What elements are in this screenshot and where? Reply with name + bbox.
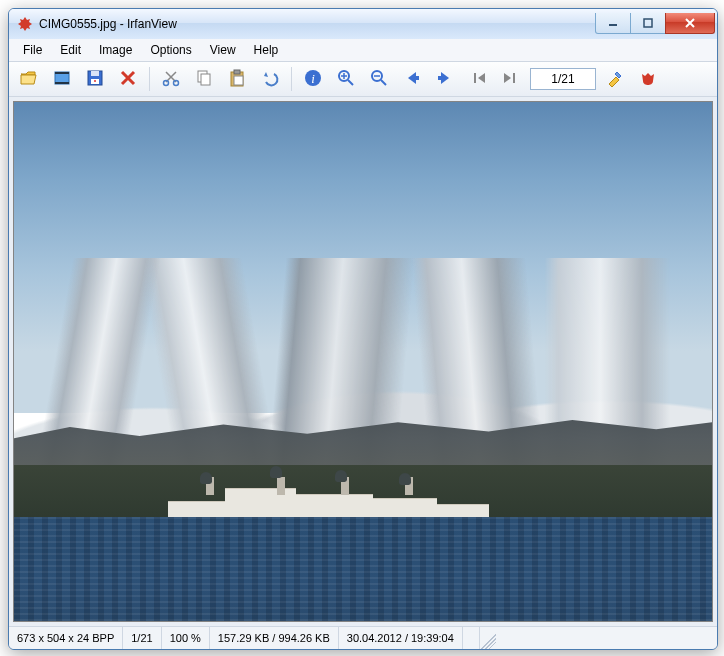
menu-file[interactable]: File bbox=[15, 41, 50, 59]
next-button[interactable] bbox=[431, 65, 459, 93]
zoom-in-icon bbox=[336, 68, 356, 91]
cut-button[interactable] bbox=[157, 65, 185, 93]
svg-point-9 bbox=[164, 80, 169, 85]
save-button[interactable] bbox=[81, 65, 109, 93]
floppy-icon bbox=[85, 68, 105, 91]
svg-point-8 bbox=[94, 80, 96, 82]
filmstrip-icon bbox=[52, 68, 72, 91]
window-controls bbox=[596, 13, 715, 34]
svg-rect-4 bbox=[55, 82, 69, 84]
paste-button[interactable] bbox=[223, 65, 251, 93]
slideshow-button[interactable] bbox=[48, 65, 76, 93]
image-region-water bbox=[14, 517, 712, 621]
window-title: CIMG0555.jpg - IrfanView bbox=[39, 17, 596, 31]
last-button[interactable] bbox=[497, 65, 525, 93]
info-icon: i bbox=[303, 68, 323, 91]
resize-grip[interactable] bbox=[480, 627, 496, 649]
about-button[interactable] bbox=[634, 65, 662, 93]
tools-icon bbox=[605, 68, 625, 91]
svg-point-10 bbox=[174, 80, 179, 85]
status-spacer bbox=[463, 627, 480, 649]
delete-x-icon bbox=[118, 68, 138, 91]
svg-rect-15 bbox=[234, 76, 243, 85]
status-zoom: 100 % bbox=[162, 627, 210, 649]
status-dimensions: 673 x 504 x 24 BPP bbox=[9, 627, 123, 649]
title-bar[interactable]: CIMG0555.jpg - IrfanView bbox=[9, 9, 717, 39]
open-button[interactable] bbox=[15, 65, 43, 93]
folder-open-icon bbox=[19, 68, 39, 91]
undo-icon bbox=[260, 68, 280, 91]
svg-rect-21 bbox=[438, 76, 443, 80]
copy-icon bbox=[194, 68, 214, 91]
menu-image[interactable]: Image bbox=[91, 41, 140, 59]
status-filesize: 157.29 KB / 994.26 KB bbox=[210, 627, 339, 649]
settings-button[interactable] bbox=[601, 65, 629, 93]
content-area bbox=[9, 97, 717, 626]
image-viewport[interactable] bbox=[13, 101, 713, 622]
svg-rect-6 bbox=[91, 71, 99, 76]
first-button[interactable] bbox=[464, 65, 492, 93]
arrow-first-icon bbox=[468, 68, 488, 91]
app-icon bbox=[17, 16, 33, 32]
clipboard-icon bbox=[227, 68, 247, 91]
arrow-left-icon bbox=[402, 68, 422, 91]
svg-rect-23 bbox=[513, 73, 515, 83]
svg-rect-0 bbox=[609, 24, 617, 26]
zoom-out-button[interactable] bbox=[365, 65, 393, 93]
minimize-button[interactable] bbox=[595, 13, 631, 34]
undo-button[interactable] bbox=[256, 65, 284, 93]
svg-rect-12 bbox=[201, 74, 210, 85]
app-window: CIMG0555.jpg - IrfanView File Edit Image… bbox=[8, 8, 718, 650]
menu-help[interactable]: Help bbox=[246, 41, 287, 59]
status-index: 1/21 bbox=[123, 627, 161, 649]
close-button[interactable] bbox=[665, 13, 715, 34]
maximize-button[interactable] bbox=[630, 13, 666, 34]
info-button[interactable]: i bbox=[299, 65, 327, 93]
prev-button[interactable] bbox=[398, 65, 426, 93]
menu-options[interactable]: Options bbox=[142, 41, 199, 59]
toolbar-separator bbox=[149, 67, 150, 91]
cat-icon bbox=[638, 68, 658, 91]
status-bar: 673 x 504 x 24 BPP 1/21 100 % 157.29 KB … bbox=[9, 626, 717, 649]
arrow-last-icon bbox=[501, 68, 521, 91]
copy-button[interactable] bbox=[190, 65, 218, 93]
scissors-icon bbox=[161, 68, 181, 91]
svg-rect-1 bbox=[644, 19, 652, 27]
svg-text:i: i bbox=[311, 71, 315, 86]
arrow-right-icon bbox=[435, 68, 455, 91]
menu-edit[interactable]: Edit bbox=[52, 41, 89, 59]
zoom-out-icon bbox=[369, 68, 389, 91]
page-index-input[interactable] bbox=[530, 68, 596, 90]
svg-rect-20 bbox=[414, 76, 419, 80]
menu-bar: File Edit Image Options View Help bbox=[9, 39, 717, 62]
svg-rect-14 bbox=[234, 70, 240, 74]
zoom-in-button[interactable] bbox=[332, 65, 360, 93]
delete-button[interactable] bbox=[114, 65, 142, 93]
toolbar: i bbox=[9, 62, 717, 97]
menu-view[interactable]: View bbox=[202, 41, 244, 59]
svg-rect-3 bbox=[55, 72, 69, 74]
status-datetime: 30.04.2012 / 19:39:04 bbox=[339, 627, 463, 649]
toolbar-separator bbox=[291, 67, 292, 91]
svg-rect-22 bbox=[474, 73, 476, 83]
